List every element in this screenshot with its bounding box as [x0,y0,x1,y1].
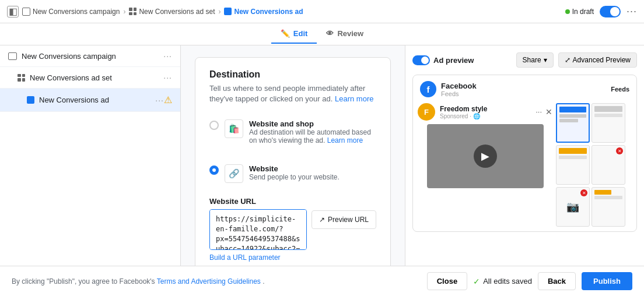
sidebar-item-campaign[interactable]: New Conversions campaign ··· [0,45,180,67]
website-title: Website [249,164,376,173]
thumbnail-strip: Feeds [611,86,629,93]
topbar-right: In draft ··· [565,5,637,17]
campaign-icon [22,8,30,16]
thumb-selected[interactable] [556,103,590,143]
post-actions: ··· ✕ [536,107,552,117]
thumb-4[interactable]: ✕ [592,145,625,185]
preview-body: F Freedom style Sponsored · 🌐 ··· ✕ ▶ [413,103,636,231]
tab-review[interactable]: 👁 Review [317,24,373,44]
poster-sponsored: Sponsored · 🌐 [440,113,487,119]
breadcrumb-trail: ◧ New Conversions campaign › New Convers… [7,6,561,17]
option-website-shop[interactable]: 🛍️ Website and shop Ad destination will … [209,114,376,150]
feeds-label: Feeds [611,86,629,93]
website-shop-desc: Ad destination will be automated based o… [249,128,376,145]
destination-learn-more[interactable]: Learn more [335,94,373,103]
breadcrumb-sep-2: › [218,8,220,16]
sidebar-ad-more[interactable]: ··· [155,96,164,105]
draft-dot [565,9,570,14]
fb-card-header: f Facebook Feeds Feeds [413,75,636,103]
thumb-2[interactable] [592,103,625,143]
sidebar-campaign-more[interactable]: ··· [163,51,172,61]
main-layout: New Conversions campaign ··· New Convers… [0,45,644,266]
preview-toggle[interactable] [412,55,430,65]
breadcrumb-bar: ◧ New Conversions campaign › New Convers… [0,0,644,23]
adset-icon [129,8,136,15]
post-area: F Freedom style Sponsored · 🌐 ··· ✕ ▶ [418,103,552,227]
ad-blue-icon [27,96,34,104]
publish-button[interactable]: Publish [582,272,632,290]
post-more-icon[interactable]: ··· [536,107,542,117]
error-dot-1: ✕ [616,147,623,154]
post-close-icon[interactable]: ✕ [545,107,552,117]
fb-page-name: Facebook [441,82,477,90]
bottom-bar: By clicking "Publish", you agree to Face… [0,266,644,296]
breadcrumb-ad[interactable]: New Conversions ad [224,8,303,16]
sidebar-adset-more[interactable]: ··· [163,73,172,82]
play-icon[interactable]: ▶ [474,145,497,168]
content-area: Destination Tell us where to send people… [181,45,405,266]
radio-website[interactable] [209,165,219,175]
error-dot-2: ✕ [580,189,587,196]
chevron-down-icon: ▾ [544,56,547,64]
sidebar-item-adset[interactable]: New Conversions ad set ··· [0,67,180,89]
preview-panel: Ad preview Share ▾ ⤢ Advanced Preview f … [405,45,644,266]
fb-feed-label: Feeds [441,90,477,97]
disclaimer-text: By clicking "Publish", you agree to Face… [12,277,421,286]
thumb-row-1 [556,103,632,143]
website-url-input[interactable]: https://simplicite-en-famille.com/?px=55… [209,209,307,250]
preview-url-button[interactable]: ↗ Preview URL [312,210,376,229]
website-icon: 🔗 [225,164,243,183]
edit-icon: ✏️ [281,29,290,38]
website-shop-icon: 🛍️ [225,119,243,138]
warning-icon: ⚠ [164,94,172,105]
destination-card: Destination Tell us where to send people… [195,57,391,266]
thumb-6[interactable] [592,187,625,227]
destination-title: Destination [209,69,376,80]
ad-icon [224,8,232,15]
sidebar: New Conversions campaign ··· New Convers… [0,45,181,266]
advanced-preview-button[interactable]: ⤢ Advanced Preview [558,52,637,68]
sidebar-item-ad[interactable]: New Conversions ad ··· ⚠ [0,89,180,112]
fb-preview-card: f Facebook Feeds Feeds F Freedo [412,75,637,232]
terms-link[interactable]: Terms and Advertising Guidelines [157,277,261,286]
breadcrumb-adset[interactable]: New Conversions ad set [129,8,215,16]
close-button[interactable]: Close [427,272,467,290]
adset-grid-icon [18,74,25,82]
facebook-logo: f [420,81,436,97]
draft-status: In draft [565,8,594,16]
instagram-icon: 📷 [566,200,579,213]
poster-name: Freedom style [440,105,487,113]
breadcrumb-campaign[interactable]: New Conversions campaign [22,8,120,16]
post-header: F Freedom style Sponsored · 🌐 ··· ✕ [418,103,552,121]
thumb-row-2: ✕ [556,145,632,185]
ad-preview-toggle: Ad preview [412,55,474,65]
edit-review-tabs: ✏️ Edit 👁 Review [0,23,644,45]
option-website[interactable]: 🔗 Website Send people to your website. [209,158,376,189]
review-icon: 👁 [326,29,334,38]
share-button[interactable]: Share ▾ [516,52,554,68]
url-input-row: https://simplicite-en-famille.com/?px=55… [209,209,376,250]
video-preview: ▶ [427,124,544,188]
external-link-icon: ↗ [319,216,325,224]
tab-edit[interactable]: ✏️ Edit [271,24,317,44]
more-options-button[interactable]: ··· [626,5,637,17]
build-url-link[interactable]: Build a URL parameter [209,253,281,262]
radio-website-shop[interactable] [209,121,219,130]
saved-status: ✓ All edits saved [473,277,532,286]
poster-avatar: F [418,103,435,121]
preview-header: Ad preview Share ▾ ⤢ Advanced Preview [412,52,637,68]
destination-description: Tell us where to send people immediately… [209,83,376,104]
thumb-5[interactable]: 📷 ✕ [556,187,590,227]
thumbs-strip: ✕ 📷 ✕ [556,103,632,227]
draft-toggle[interactable] [600,6,621,17]
campaign-folder-icon [8,52,17,60]
website-shop-learn-more[interactable]: Learn more [327,136,363,145]
thumb-3[interactable] [556,145,590,185]
thumb-row-3: 📷 ✕ [556,187,632,227]
back-button[interactable]: Back [538,272,576,290]
ad-preview-label: Ad preview [433,56,474,65]
collapse-icon[interactable]: ◧ [7,6,19,17]
website-shop-title: Website and shop [249,119,376,128]
expand-icon: ⤢ [565,56,570,64]
breadcrumb-sep-1: › [123,8,125,16]
